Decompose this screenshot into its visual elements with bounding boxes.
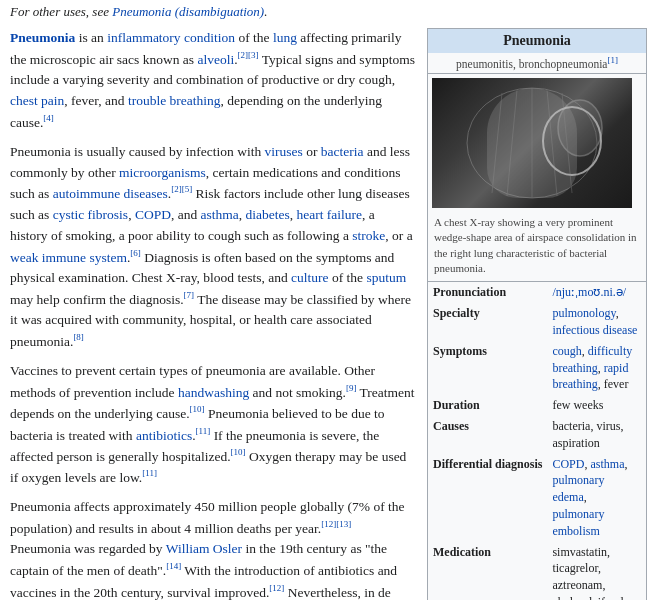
- ref-4: [4]: [43, 113, 54, 123]
- ref-11a: [11]: [196, 426, 211, 436]
- para2: Pneumonia is usually caused by infection…: [10, 142, 415, 353]
- svg-line-4: [547, 90, 557, 196]
- disambig-link[interactable]: Pneumonia (disambiguation): [112, 4, 264, 19]
- duration-value: few weeks: [547, 395, 646, 416]
- main-infobox: Pneumonia pneumonitis, bronchopneumonia[…: [427, 28, 647, 600]
- trouble-breathing-link[interactable]: trouble breathing: [128, 93, 221, 108]
- sputum-link[interactable]: sputum: [366, 270, 406, 285]
- ref-10b: [10]: [231, 447, 246, 457]
- diabetes-link[interactable]: diabetes: [246, 207, 290, 222]
- cystic-fibrosis-link[interactable]: cystic fibrosis: [53, 207, 128, 222]
- ref-6: [6]: [130, 248, 141, 258]
- infobox-row-medication: Medication simvastatin, ticagrelor, aztr…: [428, 542, 646, 600]
- handwashing-link[interactable]: handwashing: [178, 384, 249, 399]
- infobox-caption: A chest X-ray showing a very prominent w…: [428, 212, 646, 283]
- heart-failure-link[interactable]: heart failure: [297, 207, 363, 222]
- infobox-row-pronunciation: Pronunciation /njuːˌmoʊ.ni.ə/: [428, 282, 646, 303]
- ref-14: [14]: [166, 561, 181, 571]
- viruses-link[interactable]: viruses: [265, 144, 303, 159]
- stroke-link[interactable]: stroke: [352, 228, 385, 243]
- specialty-label: Specialty: [428, 303, 547, 341]
- pneumonia-link[interactable]: Pneumonia: [10, 30, 75, 45]
- article-text: Pneumonia is an inflammatory condition o…: [10, 28, 415, 600]
- differential-label: Differential diagnosis: [428, 454, 547, 542]
- svg-line-1: [492, 93, 502, 193]
- ref-10a: [10]: [190, 404, 205, 414]
- pronunciation-link[interactable]: /njuːˌmoʊ.ni.ə/: [552, 285, 626, 299]
- xray-background: [432, 78, 632, 208]
- infobox-title: Pneumonia: [428, 29, 646, 53]
- xray-image: [432, 78, 632, 208]
- infobox-table: Pronunciation /njuːˌmoʊ.ni.ə/ Specialty …: [428, 282, 646, 600]
- infobox-row-symptoms: Symptoms cough, difficulty breathing, ra…: [428, 341, 646, 395]
- ref-23: [2][3]: [238, 50, 259, 60]
- differential-value: COPD, asthma, pulmonary edema, pulmonary…: [547, 454, 646, 542]
- culture-link[interactable]: culture: [291, 270, 328, 285]
- ref-25: [2][5]: [171, 184, 192, 194]
- disambig-note: For other uses, see Pneumonia (disambigu…: [10, 4, 647, 20]
- microorganisms-link[interactable]: microorganisms: [119, 165, 206, 180]
- pronunciation-value: /njuːˌmoʊ.ni.ə/: [547, 282, 646, 303]
- asthma-link[interactable]: asthma: [201, 207, 239, 222]
- svg-line-2: [507, 90, 517, 196]
- infobox-row-specialty: Specialty pulmonology, infectious diseas…: [428, 303, 646, 341]
- ref-12b: [12]: [269, 583, 284, 593]
- infobox-subtitle-ref: [1]: [607, 55, 618, 65]
- autoimmune-link[interactable]: autoimmune diseases: [53, 186, 168, 201]
- infobox-row-causes: Causes bacteria, virus, aspiration: [428, 416, 646, 454]
- main-content: Pneumonia is an inflammatory condition o…: [10, 28, 647, 600]
- medication-value: simvastatin, ticagrelor, aztreonam, chol…: [547, 542, 646, 600]
- inflammatory-link[interactable]: inflammatory condition: [107, 30, 235, 45]
- osler-link[interactable]: William Osler: [166, 541, 242, 556]
- para4: Pneumonia affects approximately 450 mill…: [10, 497, 415, 600]
- causes-label: Causes: [428, 416, 547, 454]
- duration-label: Duration: [428, 395, 547, 416]
- infobox-image-cell: [428, 74, 646, 212]
- infobox-row-differential: Differential diagnosis COPD, asthma, pul…: [428, 454, 646, 542]
- disambig-punctuation: .: [264, 4, 267, 19]
- ref-8: [8]: [73, 332, 84, 342]
- medication-label: Medication: [428, 542, 547, 600]
- xray-svg: [432, 78, 632, 208]
- antibiotics-link[interactable]: antibiotics: [136, 427, 192, 442]
- intro-paragraph: Pneumonia is an inflammatory condition o…: [10, 28, 415, 134]
- symptoms-value: cough, difficulty breathing, rapid breat…: [547, 341, 646, 395]
- symptoms-label: Symptoms: [428, 341, 547, 395]
- chest-pain-link[interactable]: chest pain: [10, 93, 64, 108]
- ref-1213: [12][13]: [321, 519, 351, 529]
- para3: Vaccines to prevent certain types of pne…: [10, 361, 415, 489]
- infobox-subtitle-text: pneumonitis, bronchopneumonia: [456, 58, 607, 70]
- disambig-text: For other uses, see: [10, 4, 109, 19]
- lung-link[interactable]: lung: [273, 30, 297, 45]
- pronunciation-label: Pronunciation: [428, 282, 547, 303]
- infobox-wrapper: Pneumonia pneumonitis, bronchopneumonia[…: [427, 28, 647, 600]
- ref-11b: [11]: [142, 468, 157, 478]
- bacteria-link[interactable]: bacteria: [321, 144, 364, 159]
- causes-value: bacteria, virus, aspiration: [547, 416, 646, 454]
- infobox-row-duration: Duration few weeks: [428, 395, 646, 416]
- copd-link[interactable]: COPD: [135, 207, 171, 222]
- ref-9: [9]: [346, 383, 357, 393]
- svg-point-6: [558, 100, 602, 156]
- ref-7: [7]: [184, 290, 195, 300]
- infobox-subtitle: pneumonitis, bronchopneumonia[1]: [428, 53, 646, 74]
- specialty-value: pulmonology, infectious disease: [547, 303, 646, 341]
- page-wrapper: For other uses, see Pneumonia (disambigu…: [0, 0, 657, 600]
- immune-link[interactable]: weak immune system: [10, 249, 127, 264]
- alveoli-link[interactable]: alveoli: [197, 51, 234, 66]
